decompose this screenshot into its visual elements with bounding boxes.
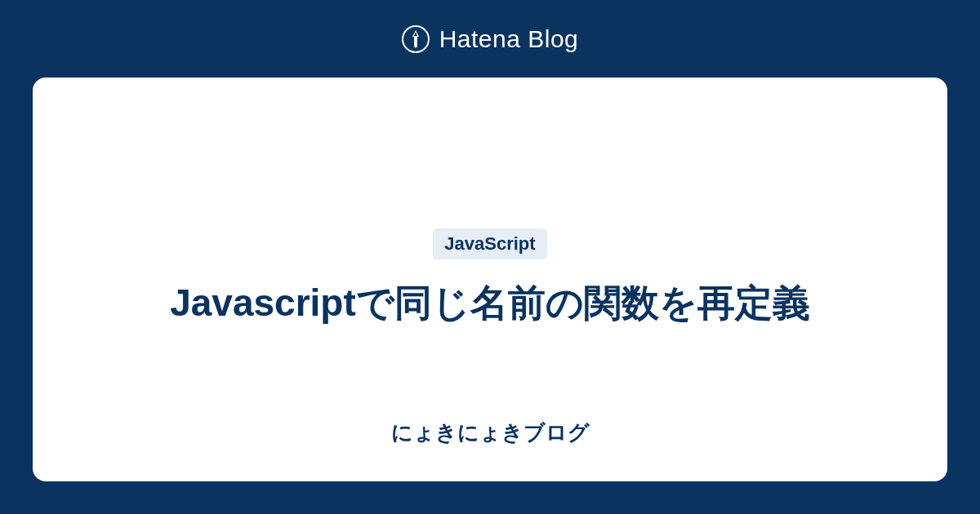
blog-name: にょきにょきブログ <box>391 419 590 447</box>
article-title: Javascriptで同じ名前の関数を再定義 <box>170 276 810 330</box>
header: Hatena Blog <box>0 0 980 78</box>
hatena-logo-icon <box>402 25 430 53</box>
content-card: JavaScript Javascriptで同じ名前の関数を再定義 にょきにょき… <box>33 78 947 481</box>
category-tag: JavaScript <box>433 228 546 259</box>
brand-text: Hatena Blog <box>439 25 579 53</box>
svg-point-0 <box>413 45 416 47</box>
